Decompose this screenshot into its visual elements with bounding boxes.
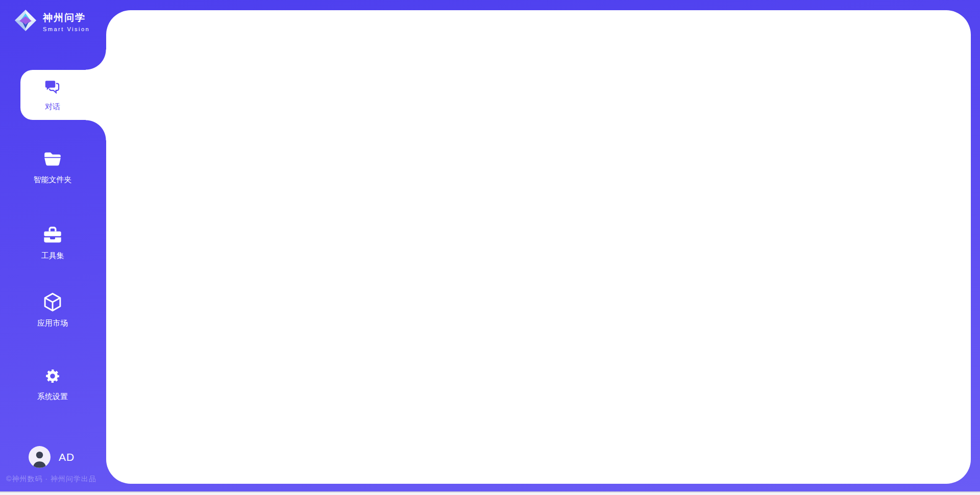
sidebar-item-smart-folder[interactable]: 智能文件夹	[0, 149, 105, 185]
sidebar-item-toolbox[interactable]: 工具集	[0, 225, 105, 261]
main-content-panel	[106, 10, 971, 484]
toolbox-icon	[42, 238, 63, 247]
brand-subtitle: Smart Vision	[43, 26, 90, 32]
sidebar-item-chat[interactable]: 对话	[20, 70, 108, 120]
sidebar-item-label: 对话	[45, 102, 60, 112]
page-bottom-edge	[0, 491, 980, 495]
folder-icon	[42, 162, 63, 171]
diamond-logo-icon	[14, 9, 37, 34]
sidebar-item-label: 智能文件夹	[0, 175, 105, 185]
brand: 神州问学 Smart Vision	[14, 9, 90, 34]
sidebar-item-label: 应用市场	[0, 318, 105, 328]
app-window: 神州问学 Smart Vision 对话 智能文件夹	[0, 0, 980, 495]
tab-flare-bottom	[86, 120, 106, 140]
cube-icon	[42, 306, 63, 314]
gear-icon	[42, 379, 63, 388]
sidebar-item-settings[interactable]: 系统设置	[0, 366, 105, 402]
sidebar-item-label: 工具集	[0, 251, 105, 261]
footer-credit: ©神州数码 · 神州问学出品	[6, 475, 96, 484]
user-profile[interactable]: AD	[29, 446, 75, 468]
sidebar-item-label: 系统设置	[0, 392, 105, 402]
chat-bubbles-icon	[43, 78, 62, 98]
tab-flare-top	[86, 50, 106, 70]
sidebar-item-app-market[interactable]: 应用市场	[0, 291, 105, 328]
user-name: AD	[59, 451, 75, 463]
brand-name: 神州问学	[43, 11, 90, 24]
avatar	[29, 446, 51, 468]
